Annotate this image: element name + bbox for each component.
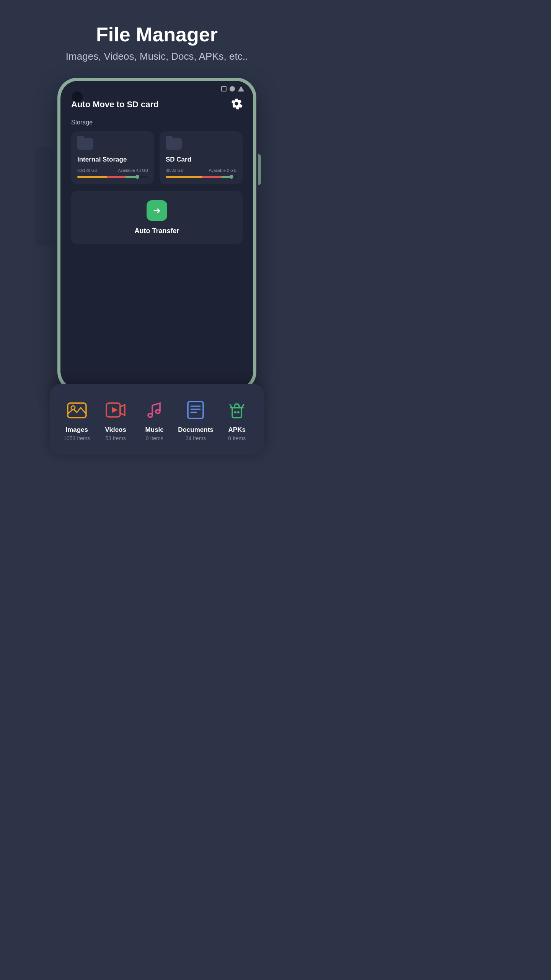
phone-frame-wrapper: Auto Move to SD card Storage: [50, 78, 264, 392]
app-header-title: Auto Move to SD card: [71, 100, 159, 109]
sdcard-progress-fill: [166, 176, 231, 178]
sdcard-storage-name: SD Card: [166, 156, 236, 163]
internal-progress-fill: [77, 176, 137, 178]
transfer-icon-button[interactable]: ➜: [147, 200, 167, 221]
internal-available: Available 48 GB: [118, 168, 148, 173]
phone-side-button: [258, 154, 261, 185]
internal-progress-track: [77, 176, 148, 178]
storage-row: Internal Storage 80/128 GB Available 48 …: [71, 131, 243, 184]
images-icon: [65, 398, 89, 422]
camera-notch: [72, 91, 83, 102]
transfer-label: Auto Transfer: [134, 227, 179, 235]
apks-icon: [225, 398, 249, 422]
sdcard-storage-card[interactable]: SD Card 30/32 GB Available 2 GB: [160, 131, 243, 184]
status-icon-wifi: [238, 86, 244, 91]
phone-frame: Auto Move to SD card Storage: [57, 78, 256, 392]
music-icon: [142, 398, 167, 422]
videos-label: Videos: [105, 426, 126, 434]
phone-inner: Auto Move to SD card Storage: [60, 81, 253, 389]
category-images[interactable]: Images 1053 Items: [62, 398, 92, 441]
music-count: 0 Items: [146, 435, 163, 441]
internal-storage-card[interactable]: Internal Storage 80/128 GB Available 48 …: [71, 131, 154, 184]
sdcard-progress-dot: [230, 175, 233, 179]
category-music[interactable]: Music 0 Items: [139, 398, 170, 441]
svg-point-10: [234, 411, 236, 413]
documents-label: Documents: [178, 426, 214, 434]
settings-button[interactable]: [230, 98, 243, 111]
internal-used: 80/128 GB: [77, 168, 98, 173]
app-header: Auto Move to SD card: [71, 98, 243, 111]
auto-transfer-section[interactable]: ➜ Auto Transfer: [71, 191, 243, 244]
page-title: File Manager: [66, 23, 248, 46]
folder-icon-internal: [77, 138, 148, 151]
internal-storage-info: 80/128 GB Available 48 GB: [77, 168, 148, 173]
left-phone-peek: [34, 147, 54, 246]
videos-count: 53 Items: [105, 435, 126, 441]
documents-icon: [183, 398, 208, 422]
folder-icon-sdcard: [166, 138, 236, 151]
music-label: Music: [145, 426, 164, 434]
app-content: Auto Move to SD card Storage: [60, 94, 253, 255]
status-bar: [60, 81, 253, 94]
images-label: Images: [65, 426, 88, 434]
apks-label: APKs: [228, 426, 246, 434]
sdcard-used: 30/32 GB: [166, 168, 183, 173]
category-videos[interactable]: Videos 53 Items: [100, 398, 131, 441]
svg-rect-4: [188, 402, 203, 418]
documents-count: 24 Items: [186, 435, 206, 441]
svg-point-11: [237, 411, 240, 413]
sdcard-storage-info: 30/32 GB Available 2 GB: [166, 168, 236, 173]
category-documents[interactable]: Documents 24 Items: [178, 398, 214, 441]
bottom-sheet: Images 1053 Items Videos 53 Items Mu: [50, 384, 264, 455]
page-subtitle: Images, Videos, Music, Docs, APKs, etc..: [66, 51, 248, 62]
svg-marker-3: [112, 407, 118, 413]
status-icon-circle: [230, 86, 235, 91]
internal-progress-dot: [135, 175, 139, 179]
sdcard-progress-track: [166, 176, 236, 178]
categories-row: Images 1053 Items Videos 53 Items Mu: [57, 398, 256, 441]
page-header: File Manager Images, Videos, Music, Docs…: [66, 23, 248, 62]
storage-label: Storage: [71, 119, 243, 126]
apks-count: 0 Items: [228, 435, 246, 441]
category-apks[interactable]: APKs 0 Items: [222, 398, 252, 441]
videos-icon: [103, 398, 128, 422]
internal-storage-name: Internal Storage: [77, 156, 148, 163]
transfer-arrow-icon: ➜: [153, 205, 161, 216]
sdcard-available: Available 2 GB: [209, 168, 236, 173]
status-icon-square: [221, 86, 227, 91]
images-count: 1053 Items: [64, 435, 90, 441]
